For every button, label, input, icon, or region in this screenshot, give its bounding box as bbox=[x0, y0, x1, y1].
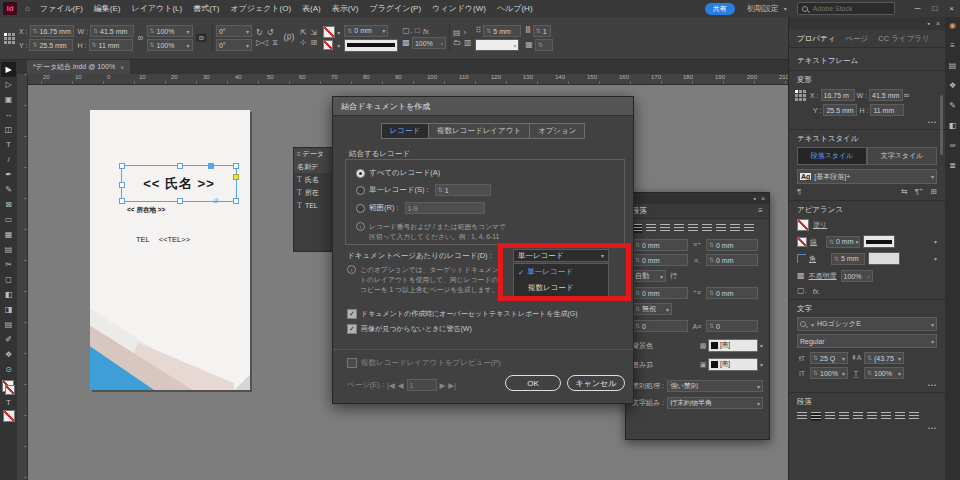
rotate-ccw-icon[interactable]: ↺ bbox=[267, 29, 274, 37]
dialog-title-bar[interactable]: 結合ドキュメントを作成 bbox=[333, 97, 633, 116]
dock-panel-icon[interactable]: ≡ bbox=[950, 41, 955, 50]
merge-field-row[interactable]: TTEL bbox=[294, 199, 332, 212]
menu-item[interactable]: ヘルプ(H) bbox=[497, 3, 533, 14]
panel-menu-icon[interactable]: ≡ bbox=[758, 207, 763, 215]
rotate-cw-icon[interactable]: ↻ bbox=[256, 29, 263, 37]
fill-swatch[interactable] bbox=[797, 219, 809, 231]
object-styles-icon[interactable]: 🗀 bbox=[453, 39, 461, 47]
prop-x-field[interactable]: 16.75 m bbox=[821, 89, 855, 101]
last-page-button[interactable]: ▶| bbox=[448, 381, 456, 390]
panel-collapse-icon[interactable]: ▪ bbox=[753, 195, 755, 202]
gap-tool[interactable]: ↔ bbox=[1, 107, 16, 122]
flip-vertical-icon[interactable]: ⧖ bbox=[272, 39, 278, 47]
more-options-icon[interactable]: ••• bbox=[928, 119, 937, 125]
pen-tool[interactable]: ✒ bbox=[1, 167, 16, 182]
stroke-label[interactable]: 線 bbox=[810, 237, 817, 247]
align-right-button[interactable] bbox=[824, 411, 836, 422]
stroke-style-dropdown[interactable] bbox=[863, 235, 895, 248]
panel-close-icon[interactable]: × bbox=[761, 195, 765, 202]
zoom-tool[interactable]: ⊙ bbox=[1, 362, 16, 377]
tab-cc-libraries[interactable]: CC ライブラリ bbox=[878, 34, 929, 44]
align-towards-spine-button[interactable] bbox=[729, 223, 741, 234]
justify-all-button[interactable] bbox=[880, 411, 892, 422]
constrain-proportions-icon[interactable]: 8 bbox=[136, 36, 144, 40]
auto-fit-icon[interactable]: ⊞ bbox=[311, 39, 318, 47]
single-record-field[interactable]: ⇅1 bbox=[435, 184, 491, 196]
fx-icon[interactable]: fx. bbox=[423, 28, 430, 35]
constrain-icon[interactable]: 8 bbox=[904, 93, 911, 97]
cancel-button[interactable]: キャンセル bbox=[567, 375, 625, 391]
page-tool[interactable]: ▣ bbox=[1, 92, 16, 107]
align-center-icon[interactable]: ⊹ bbox=[300, 39, 307, 47]
corner-label[interactable]: 角 bbox=[809, 254, 816, 264]
tab-close-icon[interactable]: × bbox=[120, 64, 124, 71]
close-button[interactable]: × bbox=[949, 4, 954, 13]
rectangle-tool[interactable]: ▭ bbox=[1, 212, 16, 227]
menu-item[interactable]: ファイル(F) bbox=[40, 3, 83, 14]
fill-label[interactable]: 塗り bbox=[813, 220, 827, 230]
horizontal-scale-field[interactable]: ⇅100%▾ bbox=[864, 367, 904, 379]
stroke-weight-field[interactable]: ⇅0 mm▾ bbox=[344, 25, 388, 37]
auto-leading-dropdown[interactable]: 自動▾ bbox=[632, 270, 666, 282]
prop-w-field[interactable]: 41.5 mm bbox=[869, 89, 903, 101]
opacity-field[interactable]: 100%› bbox=[412, 37, 446, 49]
fill-color-dropdown[interactable]: ▾ bbox=[475, 39, 519, 51]
left-indent-field[interactable]: ⇅0 mm bbox=[632, 239, 688, 251]
merge-field-row[interactable]: T所在 bbox=[294, 186, 332, 199]
menu-item[interactable]: プラグイン(P) bbox=[369, 3, 421, 14]
clear-overrides-icon[interactable]: ¶⁺ bbox=[915, 188, 924, 196]
frame-tool[interactable]: ⊠ bbox=[1, 197, 16, 212]
stroke-swatch[interactable] bbox=[797, 237, 807, 247]
menu-item[interactable]: 書式(T) bbox=[193, 3, 219, 14]
tab-multiple-record-layout[interactable]: 複数レコードレイアウト bbox=[429, 123, 530, 139]
align-right-button[interactable] bbox=[659, 223, 671, 234]
missing-image-checkbox[interactable]: ✓ bbox=[347, 324, 357, 334]
share-button[interactable]: 共有 bbox=[705, 3, 735, 15]
stroke-style-dropdown[interactable] bbox=[344, 39, 398, 52]
paragraph-mark-icon[interactable]: ¶ bbox=[797, 188, 801, 196]
page[interactable]: << 氏名 >> ⊘ << 所在地 >> TEL<<TEL>> bbox=[90, 110, 250, 390]
note-tool[interactable]: ▤ bbox=[1, 317, 16, 332]
align-away-spine-button[interactable] bbox=[908, 411, 920, 422]
reference-point-icon[interactable] bbox=[795, 90, 806, 101]
range-field[interactable]: 1-9 bbox=[405, 202, 485, 214]
shading-icon[interactable]: ▩ bbox=[698, 342, 708, 350]
fit-content-icon[interactable]: ⇱ bbox=[300, 29, 307, 37]
vertical-scale-field[interactable]: ⇅100%▾ bbox=[810, 367, 848, 379]
opacity-field[interactable]: 100%› bbox=[841, 270, 873, 282]
eyedropper-tool[interactable]: ✐ bbox=[1, 332, 16, 347]
paragraph-style-tab[interactable]: 段落スタイル bbox=[797, 147, 867, 165]
hand-tool[interactable]: ❖ bbox=[1, 347, 16, 362]
align-towards-spine-button[interactable] bbox=[894, 411, 906, 422]
menu-item[interactable]: ウィンドウ(W) bbox=[432, 3, 486, 14]
scale-x-field[interactable]: ⇅100%▾ bbox=[147, 25, 193, 37]
workspace-switcher[interactable]: 初期設定 bbox=[747, 3, 779, 14]
drop-cap-lines-field[interactable]: ⇅0 bbox=[632, 320, 688, 332]
all-records-radio[interactable] bbox=[356, 169, 365, 178]
wrap-icon[interactable]: ▥ bbox=[464, 39, 472, 47]
corner-radius-field[interactable]: ⇅5 mm bbox=[831, 253, 865, 265]
effects-icon[interactable]: ▢. bbox=[797, 287, 807, 295]
shading-color-dropdown[interactable]: [黒] bbox=[708, 339, 758, 352]
dock-panel-icon[interactable]: ≣ bbox=[949, 161, 956, 170]
baseline-icon[interactable]: › bbox=[463, 29, 466, 37]
frame-out-port[interactable]: ⊘ bbox=[212, 197, 218, 205]
stock-search[interactable] bbox=[797, 2, 895, 15]
page-number-field[interactable]: 1 bbox=[407, 379, 437, 391]
data-merge-title[interactable]: データ bbox=[303, 149, 324, 159]
corner-widget[interactable] bbox=[233, 174, 239, 180]
right-indent-field[interactable]: ⇅0 mm bbox=[632, 254, 688, 266]
single-record-radio[interactable] bbox=[356, 186, 365, 195]
border-color-dropdown[interactable]: [黒] bbox=[708, 358, 758, 371]
menu-item[interactable]: オブジェクト(O) bbox=[230, 3, 291, 14]
space-before-field[interactable]: ⇅0 mm bbox=[632, 287, 688, 299]
stroke-swatch[interactable] bbox=[323, 40, 333, 50]
tab-properties[interactable]: プロパティ bbox=[797, 34, 835, 44]
rotation-field[interactable]: 0°▾ bbox=[216, 25, 252, 37]
dock-panel-icon[interactable]: ▤ bbox=[949, 61, 957, 70]
select-container-icon[interactable]: ⒫ bbox=[284, 33, 294, 43]
maximize-button[interactable]: □ bbox=[932, 4, 937, 13]
flip-horizontal-icon[interactable]: ▷◁ bbox=[256, 39, 268, 47]
dock-panel-icon[interactable]: ✎ bbox=[949, 101, 956, 110]
menu-item[interactable]: 表(A) bbox=[302, 3, 321, 14]
